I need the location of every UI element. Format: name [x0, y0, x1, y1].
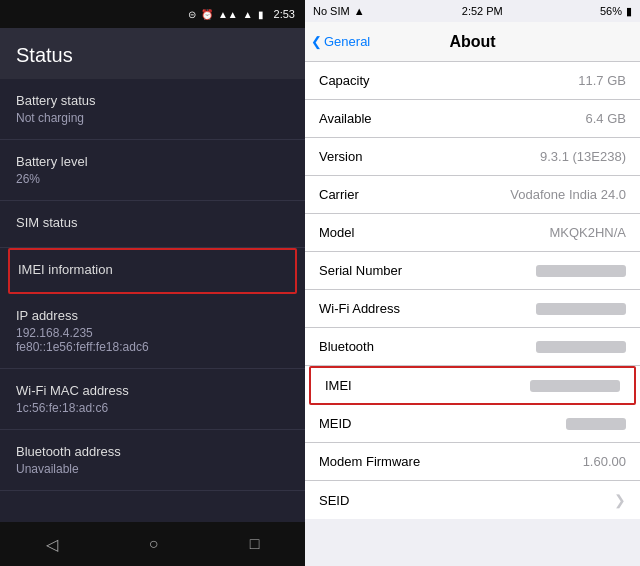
- android-battery-status-value: Not charging: [16, 111, 289, 125]
- ios-wifi-icon: ▲: [354, 5, 365, 17]
- ios-modem-firmware-label: Modem Firmware: [319, 454, 420, 469]
- ios-carrier-label: Carrier: [319, 187, 359, 202]
- ios-bluetooth-row[interactable]: Bluetooth: [305, 328, 640, 366]
- android-back-button[interactable]: ◁: [46, 535, 58, 554]
- ios-meid-label: MEID: [319, 416, 352, 431]
- ios-wifi-address-value-blurred: [536, 303, 626, 315]
- ios-version-label: Version: [319, 149, 362, 164]
- ios-status-right: 56% ▮: [600, 5, 632, 18]
- ios-available-label: Available: [319, 111, 372, 126]
- ios-status-left: No SIM ▲: [313, 5, 365, 17]
- android-status-bar: ⊝ ⏰ ▲▲ ▲ ▮ 2:53: [0, 0, 305, 28]
- android-page-title: Status: [16, 44, 289, 67]
- ios-seid-chevron-icon: ❯: [614, 492, 626, 508]
- ios-status-bar: No SIM ▲ 2:52 PM 56% ▮: [305, 0, 640, 22]
- android-ip-address-value: 192.168.4.235fe80::1e56:feff:fe18:adc6: [16, 326, 289, 354]
- android-ip-address-item[interactable]: IP address 192.168.4.235fe80::1e56:feff:…: [0, 294, 305, 369]
- android-bluetooth-address-item[interactable]: Bluetooth address Unavailable: [0, 430, 305, 491]
- android-home-button[interactable]: ○: [149, 535, 159, 553]
- ios-seid-label: SEID: [319, 493, 349, 508]
- android-wifi-mac-item[interactable]: Wi-Fi MAC address 1c:56:fe:18:ad:c6: [0, 369, 305, 430]
- android-battery-status-item[interactable]: Battery status Not charging: [0, 79, 305, 140]
- ios-time: 2:52 PM: [462, 5, 503, 17]
- ios-version-row[interactable]: Version 9.3.1 (13E238): [305, 138, 640, 176]
- ios-serial-value-blurred: [536, 265, 626, 277]
- android-dnd-icon: ⊝: [188, 9, 196, 20]
- ios-page-title: About: [449, 33, 495, 51]
- android-ip-address-label: IP address: [16, 308, 289, 323]
- ios-model-value: MKQK2HN/A: [549, 225, 626, 240]
- android-battery-icon: ▮: [258, 9, 264, 20]
- android-battery-status-label: Battery status: [16, 93, 289, 108]
- ios-modem-firmware-value: 1.60.00: [583, 454, 626, 469]
- ios-modem-firmware-row[interactable]: Modem Firmware 1.60.00: [305, 443, 640, 481]
- android-bluetooth-address-value: Unavailable: [16, 462, 289, 476]
- ios-meid-row[interactable]: MEID: [305, 405, 640, 443]
- ios-meid-value-blurred: [566, 418, 626, 430]
- ios-chevron-left-icon: ❮: [311, 34, 322, 49]
- ios-imei-row[interactable]: IMEI: [309, 366, 636, 405]
- android-signal-icon: ▲▲: [218, 9, 238, 20]
- android-recents-button[interactable]: □: [250, 535, 260, 553]
- ios-imei-value-blurred: [530, 380, 620, 392]
- android-wifi-mac-value: 1c:56:fe:18:ad:c6: [16, 401, 289, 415]
- android-panel: ⊝ ⏰ ▲▲ ▲ ▮ 2:53 Status Battery status No…: [0, 0, 305, 566]
- ios-available-row[interactable]: Available 6.4 GB: [305, 100, 640, 138]
- ios-available-value: 6.4 GB: [586, 111, 626, 126]
- ios-bluetooth-label: Bluetooth: [319, 339, 374, 354]
- ios-panel: No SIM ▲ 2:52 PM 56% ▮ ❮ General About C…: [305, 0, 640, 566]
- android-sim-status-item[interactable]: SIM status: [0, 201, 305, 248]
- android-battery-level-item[interactable]: Battery level 26%: [0, 140, 305, 201]
- ios-capacity-label: Capacity: [319, 73, 370, 88]
- android-bluetooth-address-label: Bluetooth address: [16, 444, 289, 459]
- android-screen-header: Status: [0, 28, 305, 79]
- ios-bluetooth-value-blurred: [536, 341, 626, 353]
- ios-battery-icon: ▮: [626, 5, 632, 18]
- ios-carrier-value: Vodafone India 24.0: [510, 187, 626, 202]
- ios-wifi-address-label: Wi-Fi Address: [319, 301, 400, 316]
- ios-capacity-row[interactable]: Capacity 11.7 GB: [305, 62, 640, 100]
- android-sim-status-label: SIM status: [16, 215, 289, 230]
- android-wifi-icon: ▲: [243, 9, 253, 20]
- ios-wifi-address-row[interactable]: Wi-Fi Address: [305, 290, 640, 328]
- android-battery-level-label: Battery level: [16, 154, 289, 169]
- ios-version-value: 9.3.1 (13E238): [540, 149, 626, 164]
- ios-carrier: No SIM: [313, 5, 350, 17]
- ios-battery-level: 56%: [600, 5, 622, 17]
- ios-serial-label: Serial Number: [319, 263, 402, 278]
- ios-imei-label: IMEI: [325, 378, 352, 393]
- ios-about-section: Capacity 11.7 GB Available 6.4 GB Versio…: [305, 62, 640, 519]
- android-content: Battery status Not charging Battery leve…: [0, 79, 305, 522]
- ios-back-label: General: [324, 34, 370, 49]
- ios-seid-row[interactable]: SEID ❯: [305, 481, 640, 519]
- android-imei-label: IMEI information: [18, 262, 287, 277]
- ios-capacity-value: 11.7 GB: [578, 73, 626, 88]
- ios-serial-row[interactable]: Serial Number: [305, 252, 640, 290]
- android-time: 2:53: [274, 8, 295, 20]
- android-nav-bar: ◁ ○ □: [0, 522, 305, 566]
- android-imei-item[interactable]: IMEI information: [8, 248, 297, 294]
- android-wifi-mac-label: Wi-Fi MAC address: [16, 383, 289, 398]
- android-alarm-icon: ⏰: [201, 9, 213, 20]
- ios-back-button[interactable]: ❮ General: [311, 34, 370, 49]
- ios-carrier-row[interactable]: Carrier Vodafone India 24.0: [305, 176, 640, 214]
- ios-model-label: Model: [319, 225, 354, 240]
- ios-model-row[interactable]: Model MKQK2HN/A: [305, 214, 640, 252]
- ios-nav-bar: ❮ General About: [305, 22, 640, 62]
- ios-content: Capacity 11.7 GB Available 6.4 GB Versio…: [305, 62, 640, 566]
- android-battery-level-value: 26%: [16, 172, 289, 186]
